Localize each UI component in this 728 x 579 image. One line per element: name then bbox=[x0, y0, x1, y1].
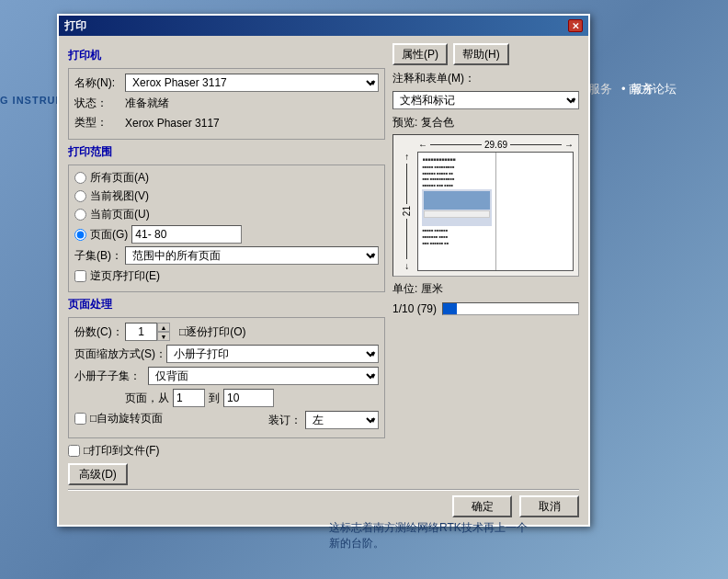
progress-bar-track bbox=[442, 302, 579, 315]
booklet-subset-select[interactable]: 仅背面 bbox=[148, 367, 379, 385]
height-value: 21 bbox=[402, 206, 412, 216]
dialog-body: 打印机 名称(N): Xerox Phaser 3117 状态： bbox=[59, 36, 588, 525]
top-ruler: ← 29.69 → bbox=[398, 140, 574, 150]
reverse-order-label: 逆页序打印(E) bbox=[90, 268, 160, 284]
help-button[interactable]: 帮助(H) bbox=[453, 43, 509, 65]
copies-down-button[interactable]: ▼ bbox=[157, 332, 170, 341]
copies-spinbox: ▲ ▼ bbox=[125, 323, 170, 341]
dialog-left: 打印机 名称(N): Xerox Phaser 3117 状态： bbox=[68, 43, 385, 485]
printer-name-select-wrapper: Xerox Phaser 3117 bbox=[125, 74, 379, 92]
print-dialog: 打印 ✕ 打印机 名称(N): Xerox Phaser 3117 bbox=[57, 14, 590, 527]
status-value: 准备就绪 bbox=[125, 96, 169, 111]
printer-name-row: 名称(N): Xerox Phaser 3117 bbox=[74, 74, 379, 92]
binding-select[interactable]: 左 bbox=[305, 411, 379, 429]
print-to-file-row: □打印到文件(F) bbox=[68, 443, 385, 459]
booklet-subset-select-wrapper: 仅背面 bbox=[148, 367, 379, 385]
top-ruler-line bbox=[430, 144, 482, 145]
type-value: Xerox Phaser 3117 bbox=[125, 117, 220, 130]
reverse-order-checkbox[interactable] bbox=[74, 270, 86, 282]
service-text: 服务 bbox=[588, 81, 612, 97]
side-ruler-line2 bbox=[406, 219, 407, 259]
current-view-row: 当前视图(V) bbox=[74, 188, 379, 204]
separator bbox=[68, 489, 579, 491]
bg-footer: 这标志着南方测绘网络RTK技术再上一个 新的台阶。 bbox=[329, 520, 596, 551]
collate-label: □逐份打印(O) bbox=[179, 324, 246, 340]
binding-label: 装订： bbox=[268, 413, 301, 428]
footer-text2: 新的台阶。 bbox=[329, 536, 596, 551]
auto-rotate-check-row: □自动旋转页面 bbox=[74, 411, 268, 426]
page-scaling-select[interactable]: 小册子打印 bbox=[166, 345, 379, 363]
status-row: 状态： 准备就绪 bbox=[74, 96, 379, 111]
pages-to-input[interactable] bbox=[223, 389, 274, 407]
current-page-label: 当前页面(U) bbox=[90, 207, 150, 222]
page-scaling-select-wrapper: 小册子打印 bbox=[166, 345, 379, 363]
current-page-radio[interactable] bbox=[74, 209, 86, 221]
side-ruler-line bbox=[406, 164, 407, 204]
print-range-header: 打印范围 bbox=[68, 144, 385, 160]
page-preview: ■■■■■■■■■■■■ ■■■■■ ■■■■■■■■■ ■■■■■■ ■■■■… bbox=[417, 152, 574, 271]
current-view-radio[interactable] bbox=[74, 190, 86, 202]
pages-row: 页面(G) bbox=[74, 225, 379, 244]
booklet-subset-label: 小册子子集： bbox=[74, 369, 148, 384]
top-buttons: 属性(P) 帮助(H) bbox=[392, 43, 579, 65]
progress-section: 1/10 (79) bbox=[392, 302, 579, 315]
print-to-file-checkbox[interactable] bbox=[68, 445, 80, 457]
current-view-label: 当前视图(V) bbox=[90, 188, 149, 204]
binding-select-wrapper: 左 bbox=[305, 411, 379, 429]
reverse-order-row: 逆页序打印(E) bbox=[74, 268, 379, 284]
page-scaling-label: 页面缩放方式(S)： bbox=[74, 346, 166, 362]
copies-input[interactable] bbox=[125, 323, 157, 341]
cancel-button[interactable]: 取消 bbox=[519, 495, 579, 517]
progress-bar-fill bbox=[443, 303, 457, 314]
print-range-group: 所有页面(A) 当前视图(V) 当前页面(U) 页面(G) bbox=[68, 165, 385, 292]
pages-to-label: 到 bbox=[209, 391, 220, 406]
subset-label: 子集(B)： bbox=[74, 248, 125, 264]
booklet-subset-row: 小册子子集： 仅背面 bbox=[74, 367, 379, 385]
printer-group: 名称(N): Xerox Phaser 3117 状态： 准备就绪 bbox=[68, 68, 385, 140]
pages-input[interactable] bbox=[131, 225, 242, 244]
preview-content: ↑ 21 ↓ ■■■■■■■■■■■■ ■■■■■ ■■■■■■■■■ bbox=[398, 152, 574, 271]
annotations-select-row: 文档和标记 bbox=[392, 91, 579, 109]
close-button[interactable]: ✕ bbox=[568, 19, 583, 32]
subset-row: 子集(B)： 范围中的所有页面 bbox=[74, 246, 379, 265]
annotations-select[interactable]: 文档和标记 bbox=[392, 91, 579, 109]
bg-service: 服务 bbox=[631, 81, 654, 97]
all-pages-label: 所有页面(A) bbox=[90, 170, 149, 186]
copies-up-button[interactable]: ▲ bbox=[157, 323, 170, 332]
all-pages-radio[interactable] bbox=[74, 172, 86, 184]
preview-area: ← 29.69 → ↑ 21 ↓ bbox=[392, 134, 579, 277]
unit-label: 单位: 厘米 bbox=[392, 281, 579, 297]
preview-left-page: ■■■■■■■■■■■■ ■■■■■ ■■■■■■■■■ ■■■■■■ ■■■■… bbox=[418, 153, 496, 271]
advanced-button[interactable]: 高级(D) bbox=[68, 463, 128, 485]
status-label: 状态： bbox=[74, 96, 125, 111]
ok-button[interactable]: 确定 bbox=[452, 495, 512, 517]
dialog-right: 属性(P) 帮助(H) 注释和表单(M)： 文档和标记 预览: 复合色 bbox=[392, 43, 579, 485]
print-to-file-label: □打印到文件(F) bbox=[84, 443, 160, 459]
printer-name-select[interactable]: Xerox Phaser 3117 bbox=[125, 74, 379, 92]
page-scaling-row: 页面缩放方式(S)： 小册子打印 bbox=[74, 345, 379, 363]
auto-rotate-label: □自动旋转页面 bbox=[90, 411, 163, 426]
copies-spinbox-buttons: ▲ ▼ bbox=[157, 323, 170, 341]
pages-label: 页面(G) bbox=[90, 227, 128, 243]
copies-label: 份数(C)： bbox=[74, 324, 125, 340]
page-handling-header: 页面处理 bbox=[68, 297, 385, 312]
width-value: 29.69 bbox=[484, 140, 507, 150]
subset-select[interactable]: 范围中的所有页面 bbox=[125, 246, 379, 265]
bottom-buttons: 确定 取消 bbox=[68, 495, 579, 517]
pages-radio[interactable] bbox=[74, 229, 86, 241]
pages-from-to-row: 页面，从 到 bbox=[125, 389, 379, 407]
auto-rotate-checkbox[interactable] bbox=[74, 413, 86, 425]
progress-label: 1/10 (79) bbox=[392, 302, 437, 315]
preview-screenshot bbox=[422, 189, 492, 226]
copies-row: 份数(C)： ▲ ▼ □逐份打印(O) bbox=[74, 323, 379, 341]
dialog-content: 打印机 名称(N): Xerox Phaser 3117 状态： bbox=[68, 43, 579, 485]
name-label: 名称(N): bbox=[74, 75, 125, 91]
properties-button[interactable]: 属性(P) bbox=[392, 43, 448, 65]
pages-from-input[interactable] bbox=[173, 389, 205, 407]
printer-section-header: 打印机 bbox=[68, 48, 385, 63]
pages-from-label: 页面，从 bbox=[125, 391, 169, 406]
dialog-title: 打印 bbox=[64, 18, 86, 34]
subset-select-wrapper: 范围中的所有页面 bbox=[125, 246, 379, 265]
all-pages-row: 所有页面(A) bbox=[74, 170, 379, 186]
auto-rotate-binding-row: □自动旋转页面 装订： 左 bbox=[74, 411, 379, 429]
